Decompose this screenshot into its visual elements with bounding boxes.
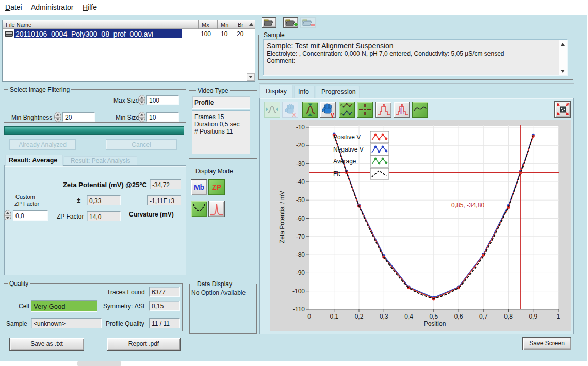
svg-text:Negative V: Negative V xyxy=(333,146,364,153)
svg-text:-50: -50 xyxy=(296,196,305,204)
svg-text:0,2: 0,2 xyxy=(355,313,364,320)
svg-text:a: a xyxy=(340,103,343,107)
svg-text:Zeta Potential / mV: Zeta Potential / mV xyxy=(279,191,286,243)
svg-text:0,4: 0,4 xyxy=(404,313,413,320)
svg-text:-70: -70 xyxy=(296,233,305,240)
svg-text:-90: -90 xyxy=(296,269,305,276)
svg-text:Position: Position xyxy=(424,320,446,327)
svg-text:1: 1 xyxy=(557,313,560,320)
svg-text:-110: -110 xyxy=(293,306,305,313)
svg-text:-80: -80 xyxy=(296,251,305,258)
svg-text:x: x xyxy=(292,111,296,118)
svg-text:y: y xyxy=(331,111,334,118)
svg-text:0,6: 0,6 xyxy=(454,313,463,320)
svg-text:Average: Average xyxy=(333,158,356,165)
svg-text:0: 0 xyxy=(307,313,311,320)
svg-text:0,1: 0,1 xyxy=(330,313,338,320)
svg-text:-10: -10 xyxy=(296,124,305,131)
svg-text:0,9: 0,9 xyxy=(529,313,537,320)
svg-text:-60: -60 xyxy=(296,215,305,222)
svg-text:-30: -30 xyxy=(296,160,305,168)
svg-text:0,3: 0,3 xyxy=(380,313,388,320)
svg-text:-40: -40 xyxy=(296,178,305,186)
svg-text:Positive V: Positive V xyxy=(333,134,361,141)
svg-text:Fit: Fit xyxy=(333,170,340,177)
svg-text:-100: -100 xyxy=(292,288,305,295)
svg-text:b: b xyxy=(340,112,343,117)
svg-text:0,7: 0,7 xyxy=(479,313,488,320)
svg-text:0,85, -34,80: 0,85, -34,80 xyxy=(451,202,484,209)
svg-text:0,5: 0,5 xyxy=(429,313,438,320)
svg-text:-20: -20 xyxy=(296,142,305,149)
svg-text:0,8: 0,8 xyxy=(504,313,513,320)
